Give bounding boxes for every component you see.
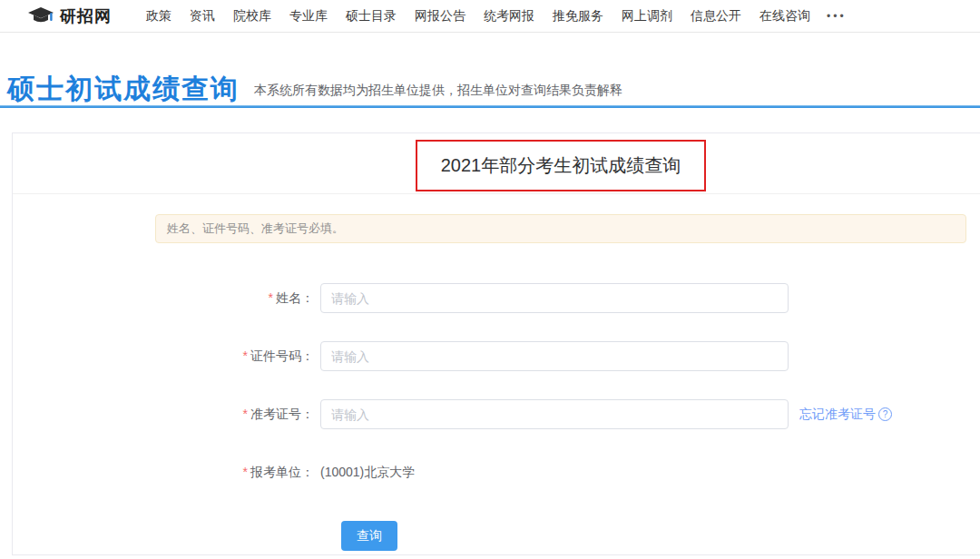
institution-value: (10001)北京大学 [320, 457, 415, 487]
nav-more-icon[interactable]: ••• [827, 10, 847, 23]
nav-item-college-library[interactable]: 院校库 [233, 8, 271, 25]
institution-label-text: 报考单位： [250, 465, 314, 479]
forgot-ticket-link-text: 忘记准考证号 [799, 407, 876, 423]
institution-label: *报考单位： [13, 465, 314, 481]
site-logo[interactable]: 研招网 [27, 5, 112, 27]
nav-item-exemption-service[interactable]: 推免服务 [553, 8, 603, 25]
name-label: *姓名： [13, 290, 314, 307]
required-fields-notice: 姓名、证件号码、准考证号必填。 [155, 214, 966, 243]
form-row-institution: *报考单位： (10001)北京大学 [13, 457, 980, 487]
ticket-number-label: *准考证号： [13, 407, 314, 423]
card-title: 2021年部分考生初试成绩查询 [441, 155, 681, 175]
nav-item-info-disclosure[interactable]: 信息公开 [691, 8, 741, 25]
forgot-ticket-link[interactable]: 忘记准考证号? [799, 407, 892, 423]
page-subtitle: 本系统所有数据均为招生单位提供，招生单位对查询结果负责解释 [254, 83, 622, 105]
card-body: 姓名、证件号码、准考证号必填。 *姓名： *证件号码： *准考证号： 忘记准考证… [13, 194, 980, 551]
site-logo-text: 研招网 [60, 5, 112, 27]
card-header: 2021年部分考生初试成绩查询 [13, 133, 980, 194]
page-title: 硕士初试成绩查询 [7, 73, 240, 105]
page-header: 硕士初试成绩查询 本系统所有数据均为招生单位提供，招生单位对查询结果负责解释 [0, 33, 980, 105]
required-asterisk: * [243, 348, 248, 363]
header-divider [0, 105, 980, 108]
red-annotation-box: 2021年部分考生初试成绩查询 [416, 140, 707, 191]
question-circle-icon: ? [878, 407, 892, 421]
required-asterisk: * [243, 407, 248, 421]
nav-item-master-catalog[interactable]: 硕士目录 [346, 8, 397, 25]
ticket-number-label-text: 准考证号： [250, 407, 314, 421]
graduation-cap-icon [27, 6, 54, 26]
form-row-ticket-number: *准考证号： 忘记准考证号? [13, 399, 980, 429]
required-asterisk: * [243, 465, 248, 479]
score-query-card: 2021年部分考生初试成绩查询 姓名、证件号码、准考证号必填。 *姓名： *证件… [12, 132, 980, 555]
form-row-name: *姓名： [13, 283, 980, 313]
nav-item-online-consult[interactable]: 在线咨询 [760, 8, 810, 25]
top-nav: 研招网 政策 资讯 院校库 专业库 硕士目录 网报公告 统考网报 推免服务 网上… [0, 0, 980, 33]
name-input[interactable] [320, 283, 789, 313]
ticket-number-input[interactable] [320, 399, 789, 429]
nav-item-policy[interactable]: 政策 [146, 8, 172, 25]
id-number-input[interactable] [320, 341, 789, 371]
required-asterisk: * [269, 290, 273, 305]
nav-item-unified-exam-registration[interactable]: 统考网报 [484, 8, 534, 25]
name-label-text: 姓名： [276, 290, 314, 305]
id-number-label: *证件号码： [13, 348, 314, 365]
nav-item-online-adjustment[interactable]: 网上调剂 [622, 8, 672, 25]
submit-row: 查询 [341, 521, 980, 551]
id-number-label-text: 证件号码： [250, 348, 314, 363]
form-row-id-number: *证件号码： [13, 341, 980, 371]
nav-item-news[interactable]: 资讯 [190, 8, 215, 25]
nav-item-major-library[interactable]: 专业库 [289, 8, 328, 25]
nav-item-report-notice[interactable]: 网报公告 [415, 8, 466, 25]
query-button[interactable]: 查询 [341, 521, 397, 551]
